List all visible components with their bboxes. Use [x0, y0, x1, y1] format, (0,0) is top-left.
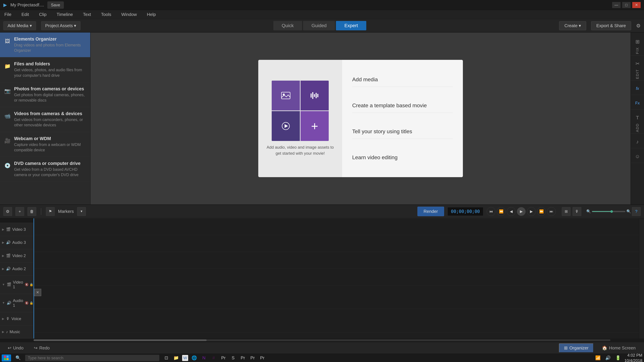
fix-enhance-icon[interactable]: ⊞	[632, 36, 642, 46]
expand-audio1-button[interactable]: ▼	[2, 301, 5, 305]
track-row-video2[interactable]	[34, 252, 639, 269]
timeline-delete-button[interactable]: 🗑	[28, 207, 36, 216]
taskview-icon[interactable]: ⊡	[163, 354, 170, 362]
hscrollbar-thumb[interactable]	[34, 339, 206, 341]
zoom-in-icon[interactable]: 🔍	[626, 209, 631, 214]
add-media-option[interactable]: Add media	[352, 72, 453, 87]
file-explorer-icon[interactable]: 📁	[172, 354, 180, 362]
template-movie-option[interactable]: Create a template based movie	[352, 98, 453, 113]
expand-audio2-button[interactable]: ▶	[2, 267, 4, 271]
fx-icon[interactable]: fx	[632, 83, 642, 93]
panel-item-dvd[interactable]: 💿 DVD camera or computer drive Get video…	[0, 157, 90, 182]
timeline-settings-button[interactable]: ⚙	[3, 207, 12, 216]
media-cell-play[interactable]	[272, 111, 300, 141]
panel-item-photos-cameras[interactable]: 📷 Photos from cameras or devices Get pho…	[0, 82, 90, 107]
video1-mute-button[interactable]: 🔇	[25, 283, 28, 286]
tab-quick[interactable]: Quick	[273, 21, 302, 30]
fx2-icon[interactable]: Fx	[632, 98, 642, 108]
maximize-button[interactable]: □	[622, 2, 630, 8]
network-icon[interactable]: 📶	[594, 354, 602, 362]
timeline-help-button[interactable]: ?	[632, 207, 641, 216]
add-marker-button[interactable]: ⊞	[562, 207, 570, 216]
adobe-premiere-icon3[interactable]: Pr	[249, 354, 256, 362]
save-button[interactable]: Save	[48, 1, 64, 8]
edge-icon[interactable]: 🌐	[190, 354, 198, 362]
expand-audio3-button[interactable]: ▶	[2, 241, 4, 244]
expand-video2-button[interactable]: ▶	[2, 254, 4, 258]
track-row-voice[interactable]	[34, 332, 639, 339]
track-row-video1[interactable]: ✕	[34, 285, 639, 309]
track-area[interactable]: ✕	[34, 218, 639, 339]
timeline-hscrollbar[interactable]	[0, 339, 644, 342]
adobe-premiere-icon1[interactable]: Pr	[220, 354, 227, 362]
onenote-icon[interactable]: N	[200, 354, 208, 362]
add-media-button[interactable]: Add Media ▾	[3, 21, 36, 30]
menu-text[interactable]: Text	[81, 11, 93, 18]
step-forward-button[interactable]: ▶	[527, 207, 536, 216]
organizer-button[interactable]: ⊞ Organizer	[559, 344, 594, 353]
export-share-button[interactable]: Export & Share	[591, 21, 631, 30]
search-icon-taskbar[interactable]: 🔍	[14, 354, 22, 362]
fast-forward-button[interactable]: ⏩	[537, 207, 546, 216]
timeline-scrollbar[interactable]	[639, 218, 644, 339]
expand-music-button[interactable]: ▶	[2, 330, 4, 334]
home-screen-button[interactable]: 🏠 Home Screen	[598, 344, 639, 352]
edit-icon[interactable]: ✂	[632, 58, 642, 68]
system-clock[interactable]: 4:02 PM 10/4/2018	[624, 353, 642, 362]
menu-clip[interactable]: Clip	[38, 11, 48, 18]
adobe-premiere-icon4[interactable]: Pr	[258, 354, 266, 362]
panel-item-videos-cameras[interactable]: 📹 Videos from cameras & devices Get vide…	[0, 107, 90, 132]
audio1-lock-button[interactable]: 🔒	[30, 301, 33, 305]
markers-flag-icon[interactable]: ⚑	[46, 207, 55, 216]
tab-guided[interactable]: Guided	[303, 21, 335, 30]
word-icon[interactable]: W	[182, 355, 188, 361]
close-button[interactable]: ✕	[632, 2, 641, 8]
minimize-button[interactable]: —	[612, 2, 620, 8]
zoom-slider[interactable]	[592, 211, 626, 212]
track-row-audio1[interactable]	[34, 309, 639, 332]
slack-icon[interactable]: #	[210, 354, 217, 362]
menu-tools[interactable]: Tools	[100, 11, 113, 18]
snagit-icon[interactable]: S	[230, 354, 237, 362]
learn-video-option[interactable]: Learn video editing	[352, 150, 453, 165]
menu-window[interactable]: Window	[120, 11, 138, 18]
music-icon[interactable]: ♪	[632, 137, 642, 147]
expand-video1-button[interactable]: ▼	[2, 283, 5, 286]
markers-dropdown-icon[interactable]: ▼	[77, 207, 86, 216]
story-titles-option[interactable]: Tell your story using titles	[352, 124, 453, 139]
search-input[interactable]	[25, 355, 159, 361]
narration-button[interactable]: 🎙	[572, 207, 581, 216]
expand-video3-button[interactable]: ▶	[2, 228, 4, 231]
track-row-audio3[interactable]	[34, 235, 639, 252]
menu-edit[interactable]: Edit	[20, 11, 31, 18]
video1-lock-button[interactable]: 🔒	[30, 283, 33, 286]
panel-item-webcam[interactable]: 🎥 Webcam or WDM Capture video from a web…	[0, 132, 90, 157]
go-to-start-button[interactable]: ⏮	[487, 207, 496, 216]
start-button[interactable]	[2, 355, 11, 362]
media-cell-add[interactable]: +	[300, 111, 329, 141]
battery-icon[interactable]: 🔋	[614, 354, 622, 362]
rewind-button[interactable]: ⏪	[497, 207, 506, 216]
tab-expert[interactable]: Expert	[336, 21, 366, 30]
undo-button[interactable]: ↩ Undo	[5, 344, 26, 352]
project-assets-button[interactable]: Project Assets ▾	[41, 21, 80, 30]
render-button[interactable]: Render	[418, 207, 444, 216]
emoji-icon[interactable]: ☺	[632, 151, 642, 161]
track-row-video3[interactable]	[34, 218, 639, 235]
play-button[interactable]: ▶	[517, 207, 526, 216]
expand-voice-button[interactable]: ▶	[2, 317, 4, 321]
track-row-audio2[interactable]	[34, 269, 639, 285]
audio1-mute-button[interactable]: 🔇	[25, 301, 28, 305]
timeline-add-button[interactable]: +	[16, 207, 24, 216]
menu-help[interactable]: Help	[145, 11, 158, 18]
settings-icon[interactable]: ⚙	[636, 23, 641, 29]
redo-button[interactable]: ↪ Redo	[31, 344, 52, 352]
panel-item-elements-organizer[interactable]: 🖼 Elements Organizer Drag videos and pho…	[0, 32, 90, 57]
add-icon[interactable]: T	[632, 113, 642, 123]
panel-item-files-folders[interactable]: 📁 Files and folders Get videos, photos, …	[0, 57, 90, 82]
create-button[interactable]: Create ▾	[559, 21, 586, 30]
adobe-premiere-icon2[interactable]: Pr	[239, 354, 246, 362]
go-to-end-button[interactable]: ⏭	[547, 207, 556, 216]
menu-timeline[interactable]: Timeline	[55, 11, 75, 18]
zoom-out-icon[interactable]: 🔍	[586, 209, 591, 214]
